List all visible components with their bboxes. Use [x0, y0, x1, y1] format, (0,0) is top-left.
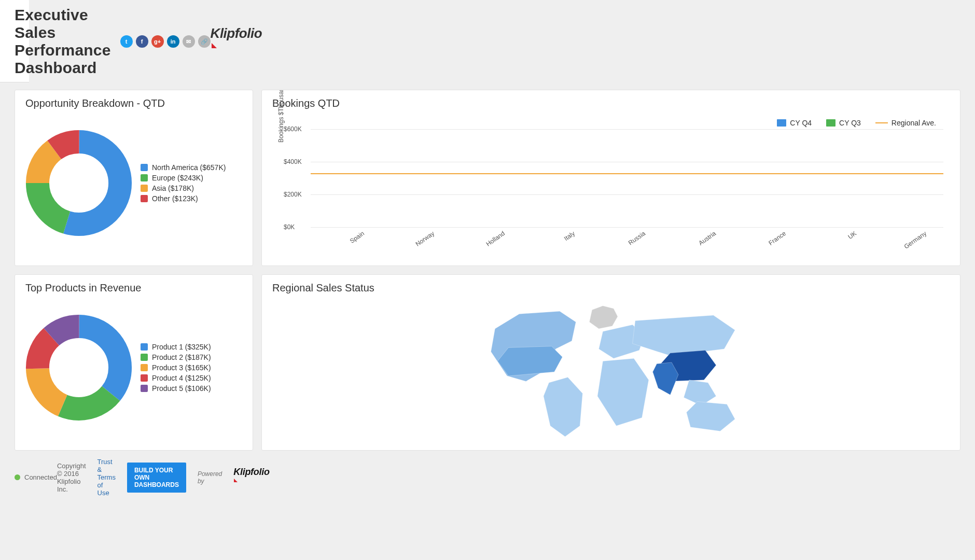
panel-opportunity-breakdown: Opportunity Breakdown - QTD North Americ… — [15, 90, 253, 266]
legend-item: Product 1 ($325K) — [141, 343, 211, 351]
world-map — [398, 302, 824, 437]
panel-title: Opportunity Breakdown - QTD — [25, 97, 243, 109]
legend-cy-q3: CY Q3 — [839, 119, 861, 127]
donut-slice — [37, 142, 120, 224]
bookings-bar-chart: Bookings $Thousands (K) $0K$200K$400K$60… — [311, 129, 943, 228]
footer-logo: Klipfolio — [233, 467, 269, 488]
y-axis-label: Bookings $Thousands (K) — [277, 90, 285, 142]
region-africa — [597, 358, 649, 426]
products-donut-chart — [24, 313, 133, 422]
y-tick-label: $200K — [284, 191, 302, 198]
legend-label: Asia ($178K) — [152, 184, 194, 192]
legend-item: Other ($123K) — [141, 194, 226, 203]
panel-regional-sales: Regional Sales Status — [261, 274, 960, 451]
copyright-text: Copyright © 2016 Klipfolio Inc. — [57, 462, 86, 493]
legend-swatch — [141, 164, 148, 171]
y-tick-label: $400K — [284, 158, 302, 165]
footer-bar: Connected Copyright © 2016 Klipfolio Inc… — [0, 454, 29, 502]
link-icon[interactable]: 🔗 — [198, 35, 211, 48]
y-tick-label: $0K — [284, 223, 295, 231]
legend-item: Product 3 ($165K) — [141, 363, 211, 372]
bookings-x-axis: SpainNorwayHollandItalyRussiaAustriaFran… — [311, 230, 943, 237]
region-usa — [498, 346, 563, 376]
page-title: Executive Sales Performance Dashboard — [15, 6, 111, 77]
twitter-icon[interactable]: t — [120, 35, 133, 48]
region-greenland — [589, 306, 618, 329]
legend-item: Product 4 ($125K) — [141, 374, 211, 382]
legend-regional-ave: Regional Ave. — [892, 119, 936, 127]
legend-label: Europe ($243K) — [152, 174, 203, 182]
legend-label: Product 3 ($165K) — [152, 363, 211, 372]
share-icons: t f g+ in ✉ 🔗 — [120, 35, 211, 48]
email-icon[interactable]: ✉ — [183, 35, 195, 48]
x-tick-label: UK — [828, 230, 857, 254]
header-bar: Executive Sales Performance Dashboard t … — [0, 0, 29, 82]
legend-item: Product 2 ($187K) — [141, 353, 211, 361]
legend-item: North America ($657K) — [141, 163, 226, 172]
legend-swatch — [141, 364, 148, 371]
x-tick-label: Holland — [477, 230, 506, 254]
linkedin-icon[interactable]: in — [167, 35, 179, 48]
legend-item: Product 5 ($106K) — [141, 384, 211, 393]
logo-triangle-icon — [212, 43, 217, 48]
legend-swatch — [141, 174, 148, 181]
legend-swatch — [141, 354, 148, 361]
legend-swatch — [141, 385, 148, 392]
x-tick-label: Russia — [617, 230, 647, 254]
legend-item: Europe ($243K) — [141, 174, 226, 182]
legend-label: Product 4 ($125K) — [152, 374, 211, 382]
build-dashboards-button[interactable]: BUILD YOUR OWN DASHBOARDS — [127, 463, 186, 493]
facebook-icon[interactable]: f — [136, 35, 148, 48]
grid-line: $0K — [311, 227, 943, 228]
region-south-america — [544, 377, 582, 437]
status-label: Connected — [24, 473, 57, 481]
panel-top-products: Top Products in Revenue Product 1 ($325K… — [15, 274, 253, 451]
legend-label: Product 2 ($187K) — [152, 353, 211, 361]
connection-status: Connected — [15, 473, 57, 481]
brand-logo: Klipfolio — [211, 25, 262, 58]
panel-bookings-qtd: Bookings QTD CY Q4 CY Q3 Regional Ave. B… — [261, 90, 960, 266]
powered-by-label: Powered by — [198, 470, 222, 485]
legend-label: Product 5 ($106K) — [152, 384, 211, 393]
legend-swatch — [141, 185, 148, 192]
legend-item: Asia ($178K) — [141, 184, 226, 192]
x-tick-label: Spain — [336, 230, 366, 254]
donut-slice — [37, 326, 120, 409]
status-dot-icon — [15, 474, 20, 480]
bookings-legend: CY Q4 CY Q3 Regional Ave. — [273, 119, 936, 127]
products-legend: Product 1 ($325K)Product 2 ($187K)Produc… — [141, 341, 211, 395]
legend-cy-q4: CY Q4 — [790, 119, 812, 127]
legend-swatch — [141, 343, 148, 351]
legend-label: Product 1 ($325K) — [152, 343, 211, 351]
legend-swatch — [141, 195, 148, 202]
terms-link[interactable]: Trust & Terms of Use — [97, 458, 116, 497]
x-tick-label: Italy — [547, 230, 576, 254]
opportunity-legend: North America ($657K)Europe ($243K)Asia … — [141, 161, 226, 205]
region-australia — [687, 401, 735, 431]
panel-title: Regional Sales Status — [272, 282, 951, 294]
legend-label: Other ($123K) — [152, 194, 198, 203]
region-russia — [633, 315, 735, 356]
logo-triangle-icon — [234, 479, 238, 482]
x-tick-label: France — [758, 230, 787, 254]
legend-label: North America ($657K) — [152, 163, 226, 172]
x-tick-label: Germany — [898, 230, 928, 254]
opportunity-donut-chart — [24, 129, 133, 237]
x-tick-label: Norway — [406, 230, 436, 254]
y-tick-label: $600K — [284, 125, 302, 133]
legend-swatch — [141, 374, 148, 382]
panel-title: Bookings QTD — [272, 97, 951, 109]
google-plus-icon[interactable]: g+ — [151, 35, 164, 48]
panel-title: Top Products in Revenue — [25, 282, 243, 294]
x-tick-label: Austria — [687, 230, 717, 254]
